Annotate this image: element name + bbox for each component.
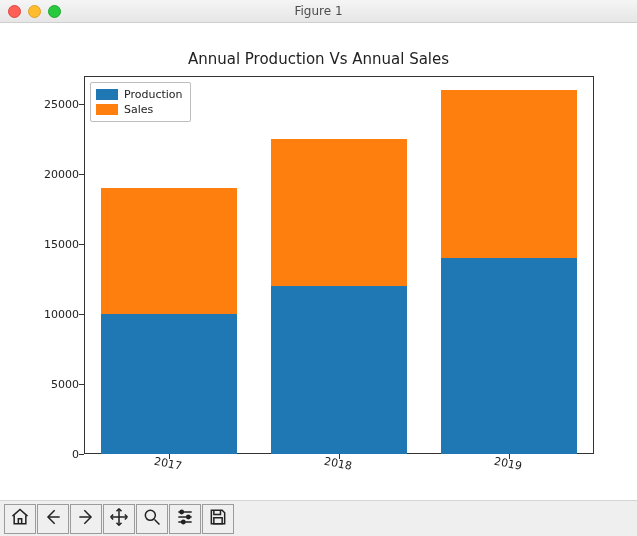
sliders-icon xyxy=(175,507,195,531)
legend-label: Sales xyxy=(124,103,153,116)
home-icon xyxy=(10,507,30,531)
back-button[interactable] xyxy=(37,504,69,534)
bar-production xyxy=(441,258,577,454)
svg-point-2 xyxy=(187,515,190,518)
pan-button[interactable] xyxy=(103,504,135,534)
save-button[interactable] xyxy=(202,504,234,534)
legend-swatch xyxy=(96,104,118,115)
y-tick-label: 10000 xyxy=(31,308,79,321)
zoom-icon xyxy=(142,507,162,531)
bar-production xyxy=(271,286,407,454)
zoom-window-button[interactable] xyxy=(48,5,61,18)
bar-sales xyxy=(101,188,237,314)
close-window-button[interactable] xyxy=(8,5,21,18)
y-tick xyxy=(79,104,84,105)
legend-label: Production xyxy=(124,88,183,101)
minimize-window-button[interactable] xyxy=(28,5,41,18)
y-tick xyxy=(79,244,84,245)
y-tick-label: 15000 xyxy=(31,238,79,251)
window-title-bar: Figure 1 xyxy=(0,0,637,23)
bar-production xyxy=(101,314,237,454)
y-tick xyxy=(79,174,84,175)
arrow-right-icon xyxy=(76,507,96,531)
y-tick-label: 5000 xyxy=(31,378,79,391)
y-tick-label: 0 xyxy=(31,448,79,461)
y-tick xyxy=(79,314,84,315)
chart-axes: 0500010000150002000025000 201720182019 P… xyxy=(84,76,594,454)
zoom-button[interactable] xyxy=(136,504,168,534)
x-tick-label: 2017 xyxy=(153,455,183,473)
forward-button[interactable] xyxy=(70,504,102,534)
traffic-lights xyxy=(8,5,61,18)
y-tick xyxy=(79,454,84,455)
configure-button[interactable] xyxy=(169,504,201,534)
bar-sales xyxy=(271,139,407,286)
legend-item-production: Production xyxy=(96,87,183,102)
y-tick xyxy=(79,384,84,385)
legend-item-sales: Sales xyxy=(96,102,183,117)
x-tick-label: 2018 xyxy=(323,455,353,473)
save-icon xyxy=(208,507,228,531)
x-tick-label: 2019 xyxy=(493,455,523,473)
legend: Production Sales xyxy=(90,82,191,122)
window-title: Figure 1 xyxy=(294,4,342,18)
figure: Annual Production Vs Annual Sales 050001… xyxy=(0,23,637,501)
y-tick-label: 20000 xyxy=(31,168,79,181)
y-tick-label: 25000 xyxy=(31,98,79,111)
svg-point-0 xyxy=(145,510,155,520)
arrow-left-icon xyxy=(43,507,63,531)
mpl-toolbar xyxy=(0,500,637,536)
legend-swatch xyxy=(96,89,118,100)
chart-title: Annual Production Vs Annual Sales xyxy=(0,50,637,68)
svg-point-1 xyxy=(180,510,183,513)
move-icon xyxy=(109,507,129,531)
bar-sales xyxy=(441,90,577,258)
svg-point-3 xyxy=(182,520,185,523)
home-button[interactable] xyxy=(4,504,36,534)
